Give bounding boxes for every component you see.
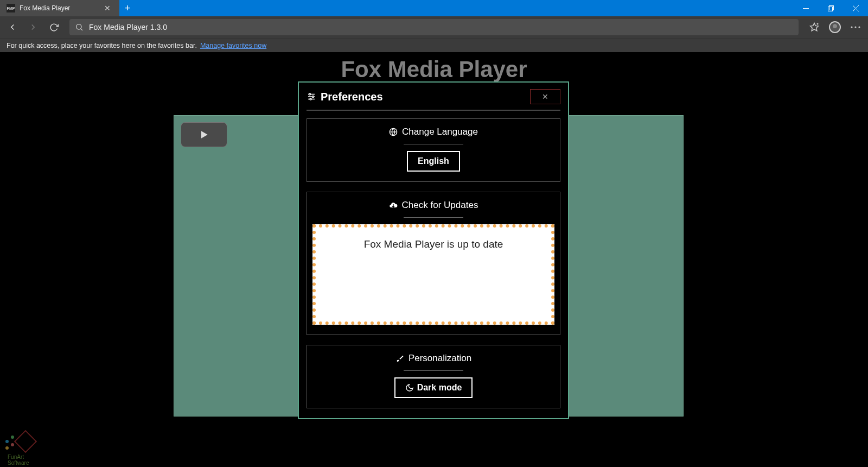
browser-titlebar: FMP Fox Media Player ✕ + bbox=[0, 0, 868, 16]
svg-point-5 bbox=[76, 24, 81, 29]
updates-section: Check for Updates Fox Media Player is up… bbox=[307, 192, 560, 335]
close-window-button[interactable] bbox=[843, 0, 868, 16]
language-select-button[interactable]: English bbox=[407, 151, 460, 172]
tab-favicon: FMP bbox=[7, 4, 15, 12]
language-header: Change Language bbox=[402, 127, 478, 137]
dark-mode-button[interactable]: Dark mode bbox=[394, 377, 473, 398]
sliders-icon bbox=[307, 92, 316, 102]
address-bar[interactable]: Fox Media Player 1.3.0 bbox=[69, 19, 799, 35]
svg-point-10 bbox=[851, 26, 852, 28]
vendor-logo: FunArt Software bbox=[4, 430, 42, 463]
language-section: Change Language English bbox=[307, 118, 560, 182]
svg-point-19 bbox=[310, 98, 311, 100]
maximize-button[interactable] bbox=[818, 0, 843, 16]
forward-button[interactable] bbox=[24, 18, 42, 36]
preferences-modal: Preferences ✕ Change Language English Ch… bbox=[298, 81, 569, 419]
moon-icon bbox=[405, 383, 414, 392]
personalization-header: Personalization bbox=[409, 353, 471, 364]
svg-point-18 bbox=[312, 96, 314, 98]
updates-header: Check for Updates bbox=[402, 200, 478, 211]
brush-icon bbox=[395, 354, 404, 363]
divider bbox=[404, 217, 463, 218]
minimize-button[interactable] bbox=[793, 0, 818, 16]
favorites-button[interactable] bbox=[805, 18, 824, 36]
vendor-name: FunArt Software bbox=[8, 454, 42, 466]
manage-favorites-link[interactable]: Manage favorites now bbox=[200, 42, 266, 49]
bookmarks-bar: For quick access, place your favorites h… bbox=[0, 38, 868, 52]
profile-button[interactable] bbox=[826, 18, 844, 36]
tab-title: Fox Media Player bbox=[20, 4, 98, 12]
back-button[interactable] bbox=[3, 18, 22, 36]
svg-line-6 bbox=[81, 29, 82, 30]
cloud-download-icon bbox=[389, 201, 398, 210]
browser-toolbar: Fox Media Player 1.3.0 bbox=[0, 16, 868, 38]
address-text: Fox Media Player 1.3.0 bbox=[89, 23, 167, 31]
page-content: Fox Media Player Preferences ✕ Change La… bbox=[0, 52, 868, 467]
language-value: English bbox=[418, 156, 449, 166]
browser-tab[interactable]: FMP Fox Media Player ✕ bbox=[0, 0, 119, 16]
more-options-button[interactable] bbox=[846, 18, 865, 36]
divider bbox=[404, 370, 463, 371]
svg-point-17 bbox=[309, 93, 311, 95]
modal-close-button[interactable]: ✕ bbox=[530, 89, 560, 104]
personalization-section: Personalization Dark mode bbox=[307, 345, 560, 408]
divider bbox=[404, 144, 463, 144]
avatar-icon bbox=[829, 21, 841, 33]
play-button[interactable] bbox=[181, 122, 227, 147]
svg-point-11 bbox=[854, 26, 856, 28]
update-status-text: Fox Media Player is up to date bbox=[322, 238, 545, 250]
search-icon bbox=[75, 23, 84, 31]
window-controls bbox=[793, 0, 868, 16]
tab-strip: FMP Fox Media Player ✕ + bbox=[0, 0, 136, 16]
tab-close-icon[interactable]: ✕ bbox=[102, 4, 113, 12]
dark-mode-label: Dark mode bbox=[417, 383, 462, 393]
language-icon bbox=[389, 128, 398, 136]
close-icon: ✕ bbox=[542, 92, 548, 101]
modal-title: Preferences bbox=[321, 91, 383, 103]
modal-header: Preferences ✕ bbox=[307, 89, 560, 111]
app-title: Fox Media Player bbox=[0, 56, 868, 83]
new-tab-button[interactable]: + bbox=[119, 0, 136, 16]
bookmarks-message: For quick access, place your favorites h… bbox=[7, 42, 197, 49]
svg-rect-1 bbox=[828, 7, 832, 11]
svg-rect-2 bbox=[829, 5, 833, 10]
svg-point-12 bbox=[858, 26, 860, 28]
svg-marker-13 bbox=[201, 131, 208, 138]
refresh-button[interactable] bbox=[44, 18, 63, 36]
play-icon bbox=[199, 129, 209, 140]
update-status-box: Fox Media Player is up to date bbox=[312, 224, 554, 325]
